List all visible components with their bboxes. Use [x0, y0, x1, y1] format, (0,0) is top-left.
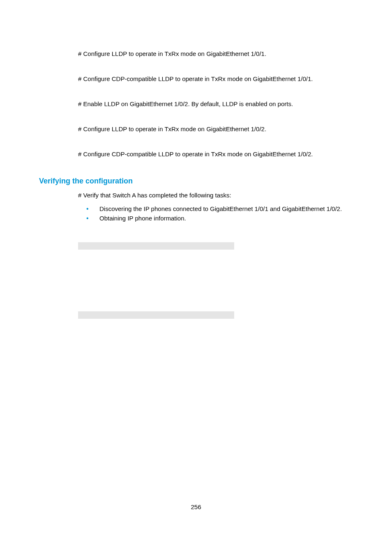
list-item: Discovering the IP phones connected to G… [86, 205, 353, 212]
step-text: # Configure LLDP to operate in TxRx mode… [78, 125, 353, 133]
section-heading: Verifying the configuration [39, 177, 353, 185]
placeholder-bar [78, 311, 234, 319]
step-text: # Configure CDP-compatible LLDP to opera… [78, 150, 353, 158]
step-text: # Enable LLDP on GigabitEthernet 1/0/2. … [78, 100, 353, 108]
page-number: 256 [0, 503, 392, 510]
step-text: # Configure CDP-compatible LLDP to opera… [78, 74, 353, 83]
bullet-list: Discovering the IP phones connected to G… [86, 205, 353, 222]
step-text: # Configure LLDP to operate in TxRx mode… [78, 49, 353, 58]
section-intro: # Verify that Switch A has completed the… [78, 192, 353, 199]
list-item: Obtaining IP phone information. [86, 215, 353, 222]
placeholder-bar [78, 242, 234, 250]
